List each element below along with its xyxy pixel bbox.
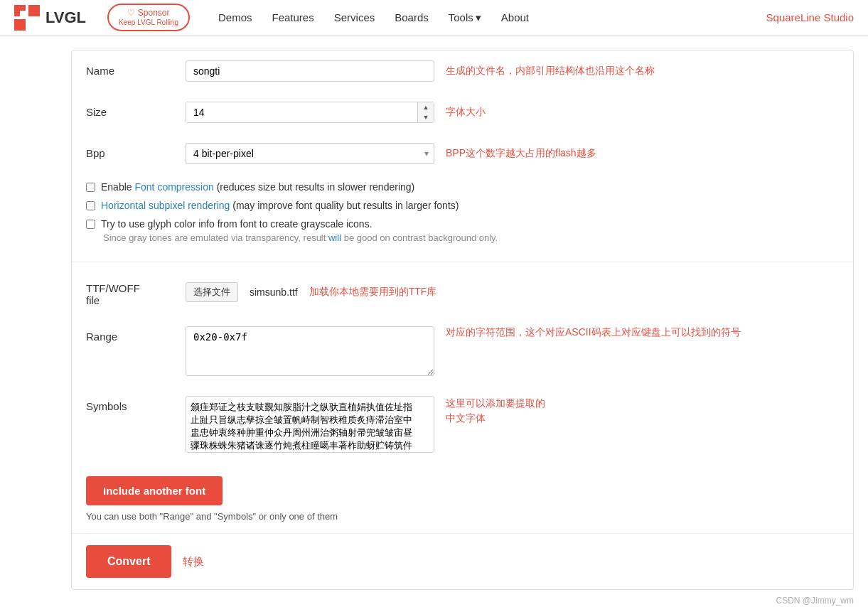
- content-col: Name 生成的文件名，内部引用结构体也沿用这个名称 Size ▲: [0, 36, 868, 607]
- nav-services[interactable]: Services: [334, 11, 375, 23]
- glyph-color-checkbox[interactable]: [86, 220, 95, 229]
- svg-rect-2: [14, 19, 26, 31]
- nav-boards[interactable]: Boards: [395, 11, 429, 23]
- include-font-button[interactable]: Include another font: [86, 476, 223, 505]
- size-row: Size ▲ ▼ 字体大小: [72, 92, 853, 133]
- page-wrapper: Name 生成的文件名，内部引用结构体也沿用这个名称 Size ▲: [0, 36, 868, 607]
- main-nav: Demos Features Services Boards Tools ▾ A…: [218, 11, 529, 24]
- size-spinners: ▲ ▼: [417, 102, 434, 122]
- checkbox1-row: Enable Font compression (reduces size bu…: [86, 181, 839, 193]
- bpp-control-area: 1 bit-per-pixel 2 bit-per-pixel 4 bit-pe…: [186, 143, 839, 164]
- sponsor-button[interactable]: ♡ Sponsor Keep LVGL Rolling: [107, 4, 190, 31]
- convert-annotation: 转换: [183, 555, 204, 569]
- size-label: Size: [86, 102, 171, 118]
- bpp-select-wrapper: 1 bit-per-pixel 2 bit-per-pixel 4 bit-pe…: [186, 143, 434, 164]
- symbols-annotation: 这里可以添加要提取的中文字体: [446, 396, 545, 426]
- nav-about[interactable]: About: [501, 11, 529, 23]
- ttf-annotation: 加载你本地需要用到的TTF库: [309, 286, 437, 299]
- ttf-label: TTF/WOFF file: [86, 278, 171, 306]
- name-control-area: 生成的文件名，内部引用结构体也沿用这个名称: [186, 60, 839, 82]
- symbols-wrapper: 颁疰郑证之枝支吱觐知胺脂汁之纵驮直植娟执值佐址指止趾只旨纵志孳掠全皱置帆峙制智秩…: [186, 396, 434, 455]
- range-label: Range: [86, 326, 171, 343]
- convert-row: Convert 转换: [72, 534, 853, 589]
- gray-tones-hint: Since gray tones are emulated via transp…: [103, 232, 839, 243]
- symbols-control-area: 颁疰郑证之枝支吱觐知胺脂汁之纵驮直植娟执值佐址指止趾只旨纵志孳掠全皱置帆峙制智秩…: [186, 396, 839, 455]
- font-compression-checkbox[interactable]: [86, 183, 95, 192]
- checkbox3-row: Try to use glyph color info from font to…: [86, 218, 839, 230]
- name-annotation: 生成的文件名，内部引用结构体也沿用这个名称: [446, 65, 655, 77]
- form-container: Name 生成的文件名，内部引用结构体也沿用这个名称 Size ▲: [71, 50, 854, 590]
- checkbox3-label: Try to use glyph color info from font to…: [101, 218, 373, 230]
- subpixel-rendering-checkbox[interactable]: [86, 201, 95, 210]
- range-row: Range 对应的字符范围，这个对应ASCII码表上对应键盘上可以找到的符号: [72, 316, 853, 386]
- size-control-area: ▲ ▼ 字体大小: [186, 102, 839, 123]
- bpp-row: Bpp 1 bit-per-pixel 2 bit-per-pixel 4 bi…: [72, 133, 853, 174]
- logo: LVGL: [14, 5, 86, 31]
- sponsor-heart-icon: ♡ Sponsor: [127, 8, 169, 18]
- checkboxes-section: Enable Font compression (reduces size bu…: [72, 174, 853, 256]
- you-can-text: You can use both "Range" and "Symbols" o…: [86, 511, 853, 522]
- symbols-row: Symbols 颁疰郑证之枝支吱觐知胺脂汁之纵驮直植娟执值佐址指止趾只旨纵志孳掠…: [72, 386, 853, 465]
- range-input[interactable]: [186, 326, 434, 376]
- font-compression-link[interactable]: Font compression: [134, 181, 213, 193]
- ttf-row: TTF/WOFF file 选择文件 simsunb.ttf 加载你本地需要用到…: [72, 268, 853, 316]
- subpixel-rendering-link[interactable]: Horizontal subpixel rendering: [101, 200, 230, 211]
- range-control-area: 对应的字符范围，这个对应ASCII码表上对应键盘上可以找到的符号: [186, 326, 839, 376]
- size-up-button[interactable]: ▲: [418, 102, 434, 112]
- tools-arrow-icon: ▾: [476, 11, 481, 24]
- header: LVGL ♡ Sponsor Keep LVGL Rolling Demos F…: [0, 0, 868, 36]
- squareline-studio-link[interactable]: SquareLine Studio: [766, 11, 854, 23]
- checkbox2-row: Horizontal subpixel rendering (may impro…: [86, 200, 839, 211]
- nav-tools[interactable]: Tools ▾: [449, 11, 481, 24]
- size-down-button[interactable]: ▼: [418, 112, 434, 122]
- main-content: Name 生成的文件名，内部引用结构体也沿用这个名称 Size ▲: [0, 36, 868, 607]
- symbols-label: Symbols: [86, 396, 171, 412]
- sponsor-sub-text: Keep LVGL Rolling: [119, 18, 178, 27]
- checkbox1-label: Enable Font compression (reduces size bu…: [101, 181, 414, 193]
- name-label: Name: [86, 60, 171, 77]
- range-annotation: 对应的字符范围，这个对应ASCII码表上对应键盘上可以找到的符号: [446, 326, 741, 339]
- svg-rect-1: [28, 5, 40, 16]
- watermark: CSDN @Jimmy_wm: [57, 593, 868, 607]
- section-divider: [72, 262, 853, 262]
- name-row: Name 生成的文件名，内部引用结构体也沿用这个名称: [72, 50, 853, 92]
- convert-button[interactable]: Convert: [86, 545, 171, 578]
- size-annotation: 字体大小: [446, 106, 486, 119]
- bpp-label: Bpp: [86, 143, 171, 159]
- choose-file-button[interactable]: 选择文件: [186, 282, 238, 302]
- size-input[interactable]: [186, 102, 417, 122]
- symbols-textarea[interactable]: 颁疰郑证之枝支吱觐知胺脂汁之纵驮直植娟执值佐址指止趾只旨纵志孳掠全皱置帆峙制智秩…: [186, 396, 434, 453]
- size-input-wrapper: ▲ ▼: [186, 102, 434, 123]
- ttf-control-area: 选择文件 simsunb.ttf 加载你本地需要用到的TTF库: [186, 282, 839, 302]
- nav-features[interactable]: Features: [272, 11, 314, 23]
- logo-text: LVGL: [45, 9, 86, 27]
- bpp-annotation: BPP这个数字越大占用的flash越多: [446, 147, 596, 160]
- name-input[interactable]: [186, 60, 434, 82]
- hint-blue-word: will: [328, 232, 341, 243]
- bpp-select[interactable]: 1 bit-per-pixel 2 bit-per-pixel 4 bit-pe…: [186, 143, 434, 164]
- lvgl-logo-icon: [14, 5, 40, 31]
- checkbox2-label: Horizontal subpixel rendering (may impro…: [101, 200, 459, 211]
- ttf-filename: simsunb.ttf: [250, 286, 298, 298]
- nav-demos[interactable]: Demos: [218, 11, 252, 23]
- svg-rect-3: [20, 11, 28, 19]
